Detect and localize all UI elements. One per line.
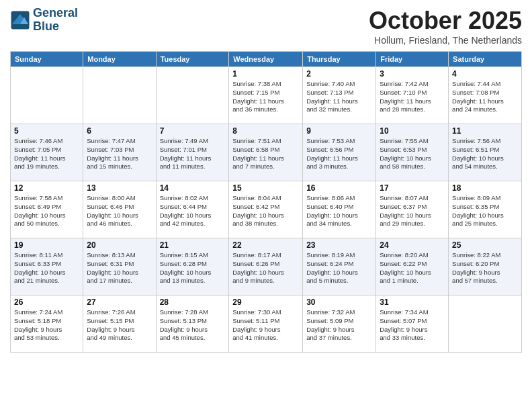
day-number: 28 <box>160 298 226 307</box>
day-cell: 31Sunrise: 7:34 AM Sunset: 5:07 PM Dayli… <box>376 295 449 353</box>
calendar-header-row: SundayMondayTuesdayWednesdayThursdayFrid… <box>11 52 522 67</box>
day-cell <box>156 67 229 124</box>
header: General Blue October 2025 Hollum, Friesl… <box>10 7 522 46</box>
day-number: 14 <box>160 183 226 193</box>
day-number: 22 <box>232 240 299 250</box>
week-row-5: 26Sunrise: 7:24 AM Sunset: 5:18 PM Dayli… <box>11 295 522 353</box>
day-info: Sunrise: 8:15 AM Sunset: 6:28 PM Dayligh… <box>160 251 226 285</box>
day-info: Sunrise: 7:47 AM Sunset: 7:03 PM Dayligh… <box>87 137 152 171</box>
day-info: Sunrise: 8:19 AM Sunset: 6:24 PM Dayligh… <box>306 251 372 285</box>
day-number: 3 <box>380 69 445 79</box>
calendar: SundayMondayTuesdayWednesdayThursdayFrid… <box>10 51 522 353</box>
month-title: October 2025 <box>369 7 522 35</box>
logo-icon <box>10 10 30 30</box>
title-block: October 2025 Hollum, Friesland, The Neth… <box>369 7 522 46</box>
day-number: 2 <box>306 69 372 79</box>
location: Hollum, Friesland, The Netherlands <box>369 35 522 46</box>
day-info: Sunrise: 7:30 AM Sunset: 5:11 PM Dayligh… <box>232 308 299 342</box>
day-info: Sunrise: 8:09 AM Sunset: 6:35 PM Dayligh… <box>452 194 518 228</box>
day-cell: 20Sunrise: 8:13 AM Sunset: 6:31 PM Dayli… <box>83 238 156 295</box>
day-info: Sunrise: 7:28 AM Sunset: 5:13 PM Dayligh… <box>160 308 226 342</box>
day-number: 25 <box>452 240 518 250</box>
week-row-1: 1Sunrise: 7:38 AM Sunset: 7:15 PM Daylig… <box>11 67 522 124</box>
week-row-4: 19Sunrise: 8:11 AM Sunset: 6:33 PM Dayli… <box>11 238 522 295</box>
day-cell: 23Sunrise: 8:19 AM Sunset: 6:24 PM Dayli… <box>303 238 376 295</box>
day-number: 5 <box>14 126 79 136</box>
day-number: 11 <box>452 126 518 136</box>
day-number: 7 <box>160 126 226 136</box>
day-cell: 6Sunrise: 7:47 AM Sunset: 7:03 PM Daylig… <box>83 124 156 181</box>
day-info: Sunrise: 7:49 AM Sunset: 7:01 PM Dayligh… <box>160 137 226 171</box>
day-cell: 26Sunrise: 7:24 AM Sunset: 5:18 PM Dayli… <box>11 295 83 353</box>
day-number: 10 <box>380 126 445 136</box>
day-cell <box>11 67 83 124</box>
week-row-3: 12Sunrise: 7:58 AM Sunset: 6:49 PM Dayli… <box>11 181 522 238</box>
day-cell: 15Sunrise: 8:04 AM Sunset: 6:42 PM Dayli… <box>229 181 303 238</box>
logo-line2: Blue <box>33 20 78 34</box>
day-number: 27 <box>87 298 152 307</box>
day-cell: 11Sunrise: 7:56 AM Sunset: 6:51 PM Dayli… <box>449 124 522 181</box>
day-cell: 18Sunrise: 8:09 AM Sunset: 6:35 PM Dayli… <box>449 181 522 238</box>
day-number: 30 <box>306 298 372 307</box>
day-cell: 24Sunrise: 8:20 AM Sunset: 6:22 PM Dayli… <box>376 238 449 295</box>
day-number: 19 <box>14 240 79 250</box>
day-number: 23 <box>306 240 372 250</box>
logo-line1: General <box>33 7 78 20</box>
day-number: 29 <box>232 298 299 307</box>
day-number: 15 <box>232 183 299 193</box>
day-cell: 21Sunrise: 8:15 AM Sunset: 6:28 PM Dayli… <box>156 238 229 295</box>
day-cell: 9Sunrise: 7:53 AM Sunset: 6:56 PM Daylig… <box>303 124 376 181</box>
day-info: Sunrise: 7:55 AM Sunset: 6:53 PM Dayligh… <box>380 137 445 171</box>
day-cell <box>83 67 156 124</box>
col-header-monday: Monday <box>83 52 156 67</box>
day-number: 4 <box>452 69 518 79</box>
day-number: 31 <box>380 298 445 307</box>
day-info: Sunrise: 8:20 AM Sunset: 6:22 PM Dayligh… <box>380 251 445 285</box>
day-info: Sunrise: 7:24 AM Sunset: 5:18 PM Dayligh… <box>14 308 79 342</box>
day-cell: 19Sunrise: 8:11 AM Sunset: 6:33 PM Dayli… <box>11 238 83 295</box>
page: General Blue October 2025 Hollum, Friesl… <box>0 0 532 411</box>
day-info: Sunrise: 7:44 AM Sunset: 7:08 PM Dayligh… <box>452 80 518 114</box>
day-cell: 3Sunrise: 7:42 AM Sunset: 7:10 PM Daylig… <box>376 67 449 124</box>
day-number: 26 <box>14 298 79 307</box>
day-cell: 8Sunrise: 7:51 AM Sunset: 6:58 PM Daylig… <box>229 124 303 181</box>
day-number: 1 <box>232 69 299 79</box>
day-info: Sunrise: 7:58 AM Sunset: 6:49 PM Dayligh… <box>14 194 79 228</box>
day-number: 17 <box>380 183 445 193</box>
day-info: Sunrise: 8:22 AM Sunset: 6:20 PM Dayligh… <box>452 251 518 285</box>
col-header-thursday: Thursday <box>303 52 376 67</box>
day-info: Sunrise: 8:06 AM Sunset: 6:40 PM Dayligh… <box>306 194 372 228</box>
day-number: 24 <box>380 240 445 250</box>
day-cell: 1Sunrise: 7:38 AM Sunset: 7:15 PM Daylig… <box>229 67 303 124</box>
day-cell: 17Sunrise: 8:07 AM Sunset: 6:37 PM Dayli… <box>376 181 449 238</box>
day-cell: 14Sunrise: 8:02 AM Sunset: 6:44 PM Dayli… <box>156 181 229 238</box>
col-header-friday: Friday <box>376 52 449 67</box>
day-number: 9 <box>306 126 372 136</box>
day-info: Sunrise: 7:42 AM Sunset: 7:10 PM Dayligh… <box>380 80 445 114</box>
day-number: 16 <box>306 183 372 193</box>
day-info: Sunrise: 7:40 AM Sunset: 7:13 PM Dayligh… <box>306 80 372 114</box>
day-number: 20 <box>87 240 152 250</box>
day-cell: 10Sunrise: 7:55 AM Sunset: 6:53 PM Dayli… <box>376 124 449 181</box>
day-number: 12 <box>14 183 79 193</box>
day-cell: 30Sunrise: 7:32 AM Sunset: 5:09 PM Dayli… <box>303 295 376 353</box>
day-info: Sunrise: 8:17 AM Sunset: 6:26 PM Dayligh… <box>232 251 299 285</box>
day-info: Sunrise: 7:51 AM Sunset: 6:58 PM Dayligh… <box>232 137 299 171</box>
col-header-saturday: Saturday <box>449 52 522 67</box>
day-cell: 4Sunrise: 7:44 AM Sunset: 7:08 PM Daylig… <box>449 67 522 124</box>
day-cell: 28Sunrise: 7:28 AM Sunset: 5:13 PM Dayli… <box>156 295 229 353</box>
day-number: 21 <box>160 240 226 250</box>
logo-text: General Blue <box>33 7 78 34</box>
day-info: Sunrise: 7:38 AM Sunset: 7:15 PM Dayligh… <box>232 80 299 114</box>
logo: General Blue <box>10 7 78 34</box>
day-info: Sunrise: 8:07 AM Sunset: 6:37 PM Dayligh… <box>380 194 445 228</box>
day-cell: 16Sunrise: 8:06 AM Sunset: 6:40 PM Dayli… <box>303 181 376 238</box>
day-cell: 22Sunrise: 8:17 AM Sunset: 6:26 PM Dayli… <box>229 238 303 295</box>
day-info: Sunrise: 8:00 AM Sunset: 6:46 PM Dayligh… <box>87 194 152 228</box>
week-row-2: 5Sunrise: 7:46 AM Sunset: 7:05 PM Daylig… <box>11 124 522 181</box>
day-info: Sunrise: 7:34 AM Sunset: 5:07 PM Dayligh… <box>380 308 445 342</box>
day-info: Sunrise: 7:53 AM Sunset: 6:56 PM Dayligh… <box>306 137 372 171</box>
day-info: Sunrise: 7:46 AM Sunset: 7:05 PM Dayligh… <box>14 137 79 171</box>
day-cell: 12Sunrise: 7:58 AM Sunset: 6:49 PM Dayli… <box>11 181 83 238</box>
day-cell <box>449 295 522 353</box>
